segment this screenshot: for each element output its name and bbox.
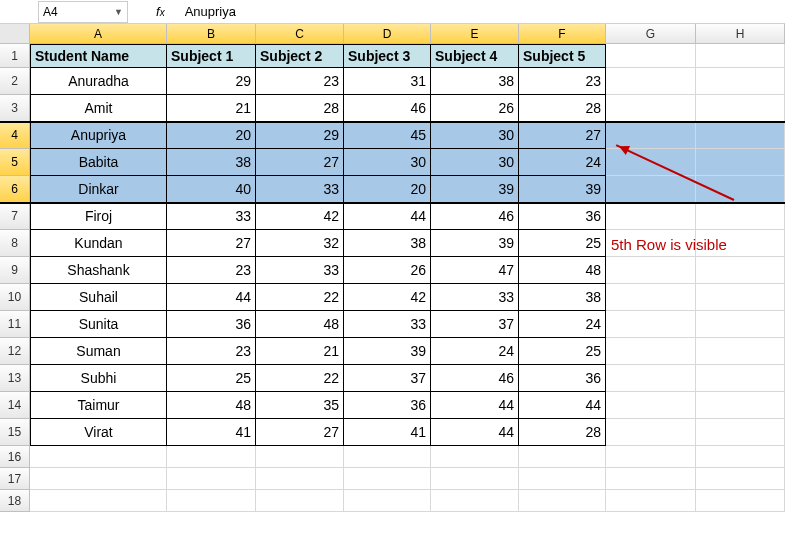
cell-D5[interactable]: 30 (344, 149, 431, 176)
cell-C12[interactable]: 21 (256, 338, 344, 365)
cell-D6[interactable]: 20 (344, 176, 431, 203)
cell-E3[interactable]: 26 (431, 95, 519, 122)
cell-E4[interactable]: 30 (431, 122, 519, 149)
cell-A2[interactable]: Anuradha (30, 68, 167, 95)
cell-B17[interactable] (167, 468, 256, 490)
cell-B14[interactable]: 48 (167, 392, 256, 419)
cell-D12[interactable]: 39 (344, 338, 431, 365)
cell-H4[interactable] (696, 122, 785, 149)
cell-E17[interactable] (431, 468, 519, 490)
cell-H14[interactable] (696, 392, 785, 419)
cell-C16[interactable] (256, 446, 344, 468)
cell-A12[interactable]: Suman (30, 338, 167, 365)
cell-G13[interactable] (606, 365, 696, 392)
cell-F5[interactable]: 24 (519, 149, 606, 176)
cell-F8[interactable]: 25 (519, 230, 606, 257)
cell-A14[interactable]: Taimur (30, 392, 167, 419)
cell-F16[interactable] (519, 446, 606, 468)
row-header-17[interactable]: 17 (0, 468, 30, 490)
row-header-16[interactable]: 16 (0, 446, 30, 468)
cell-E14[interactable]: 44 (431, 392, 519, 419)
cell-E6[interactable]: 39 (431, 176, 519, 203)
row-header-9[interactable]: 9 (0, 257, 30, 284)
row-header-18[interactable]: 18 (0, 490, 30, 512)
cell-B8[interactable]: 27 (167, 230, 256, 257)
cell-C6[interactable]: 33 (256, 176, 344, 203)
cell-H7[interactable] (696, 203, 785, 230)
cell-H11[interactable] (696, 311, 785, 338)
row-header-11[interactable]: 11 (0, 311, 30, 338)
cell-F4[interactable]: 27 (519, 122, 606, 149)
cell-A15[interactable]: Virat (30, 419, 167, 446)
cell-D9[interactable]: 26 (344, 257, 431, 284)
cell-F13[interactable]: 36 (519, 365, 606, 392)
cell-C15[interactable]: 27 (256, 419, 344, 446)
cell-D1[interactable]: Subject 3 (344, 44, 431, 68)
row-header-7[interactable]: 7 (0, 203, 30, 230)
cell-F6[interactable]: 39 (519, 176, 606, 203)
cell-H12[interactable] (696, 338, 785, 365)
cell-G4[interactable] (606, 122, 696, 149)
cell-B18[interactable] (167, 490, 256, 512)
cell-C11[interactable]: 48 (256, 311, 344, 338)
cell-G7[interactable] (606, 203, 696, 230)
row-header-2[interactable]: 2 (0, 68, 30, 95)
cell-G18[interactable] (606, 490, 696, 512)
cell-E2[interactable]: 38 (431, 68, 519, 95)
cell-B5[interactable]: 38 (167, 149, 256, 176)
cell-B7[interactable]: 33 (167, 203, 256, 230)
cell-B10[interactable]: 44 (167, 284, 256, 311)
cell-H1[interactable] (696, 44, 785, 68)
cell-G11[interactable] (606, 311, 696, 338)
cell-E10[interactable]: 33 (431, 284, 519, 311)
cell-F1[interactable]: Subject 5 (519, 44, 606, 68)
col-header-A[interactable]: A (30, 24, 167, 44)
cell-G3[interactable] (606, 95, 696, 122)
cell-D11[interactable]: 33 (344, 311, 431, 338)
row-header-4[interactable]: 4 (0, 122, 30, 149)
cell-C8[interactable]: 32 (256, 230, 344, 257)
cell-C18[interactable] (256, 490, 344, 512)
cell-D2[interactable]: 31 (344, 68, 431, 95)
cell-E16[interactable] (431, 446, 519, 468)
cell-B15[interactable]: 41 (167, 419, 256, 446)
cell-E5[interactable]: 30 (431, 149, 519, 176)
cell-B3[interactable]: 21 (167, 95, 256, 122)
cell-E12[interactable]: 24 (431, 338, 519, 365)
col-header-C[interactable]: C (256, 24, 344, 44)
cell-A9[interactable]: Shashank (30, 257, 167, 284)
cell-G14[interactable] (606, 392, 696, 419)
cell-G8[interactable] (606, 230, 696, 257)
formula-input[interactable] (179, 4, 785, 19)
cell-D15[interactable]: 41 (344, 419, 431, 446)
cell-A4[interactable]: Anupriya (30, 122, 167, 149)
cell-H16[interactable] (696, 446, 785, 468)
cell-D18[interactable] (344, 490, 431, 512)
cell-G6[interactable] (606, 176, 696, 203)
cell-B13[interactable]: 25 (167, 365, 256, 392)
col-header-B[interactable]: B (167, 24, 256, 44)
cell-grid[interactable]: Student NameSubject 1Subject 2Subject 3S… (30, 44, 785, 512)
cell-H13[interactable] (696, 365, 785, 392)
cell-A18[interactable] (30, 490, 167, 512)
cell-C7[interactable]: 42 (256, 203, 344, 230)
cell-F9[interactable]: 48 (519, 257, 606, 284)
cell-C1[interactable]: Subject 2 (256, 44, 344, 68)
row-header-13[interactable]: 13 (0, 365, 30, 392)
cell-C13[interactable]: 22 (256, 365, 344, 392)
row-header-8[interactable]: 8 (0, 230, 30, 257)
cell-C3[interactable]: 28 (256, 95, 344, 122)
cell-H8[interactable] (696, 230, 785, 257)
cell-G15[interactable] (606, 419, 696, 446)
cell-C17[interactable] (256, 468, 344, 490)
cell-B6[interactable]: 40 (167, 176, 256, 203)
cell-G10[interactable] (606, 284, 696, 311)
cell-H10[interactable] (696, 284, 785, 311)
cell-A8[interactable]: Kundan (30, 230, 167, 257)
cell-F7[interactable]: 36 (519, 203, 606, 230)
col-header-E[interactable]: E (431, 24, 519, 44)
cell-F3[interactable]: 28 (519, 95, 606, 122)
cell-C14[interactable]: 35 (256, 392, 344, 419)
cell-B12[interactable]: 23 (167, 338, 256, 365)
cell-F15[interactable]: 28 (519, 419, 606, 446)
